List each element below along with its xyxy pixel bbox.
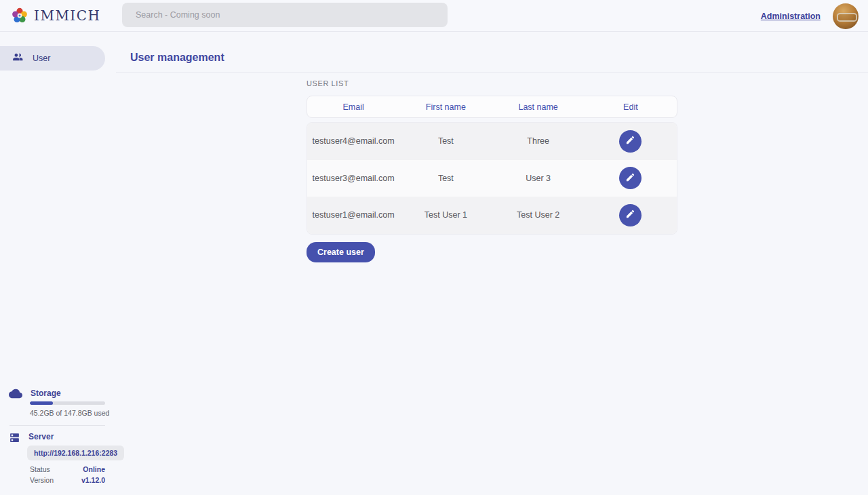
user-first-name: Test bbox=[399, 136, 492, 146]
user-last-name: Three bbox=[492, 136, 585, 146]
user-table: testuser4@email.com Test Three testuser3… bbox=[307, 122, 677, 235]
storage-progress-fill bbox=[30, 401, 53, 405]
pencil-icon bbox=[625, 172, 635, 184]
version-value: v1.12.0 bbox=[81, 476, 105, 484]
server-url: http://192.168.1.216:2283 bbox=[27, 446, 124, 460]
storage-progress-bar bbox=[30, 401, 105, 405]
status-value: Online bbox=[83, 465, 105, 473]
administration-link[interactable]: Administration bbox=[761, 12, 821, 21]
cloud-icon bbox=[9, 389, 22, 401]
user-first-name: Test User 1 bbox=[399, 210, 492, 220]
user-last-name: User 3 bbox=[492, 174, 585, 183]
edit-user-button[interactable] bbox=[619, 167, 642, 189]
server-version-row: Version v1.12.0 bbox=[30, 476, 105, 484]
table-row: testuser1@email.com Test User 1 Test Use… bbox=[307, 197, 677, 234]
immich-flower-icon bbox=[11, 7, 28, 24]
column-header-last-name: Last name bbox=[492, 102, 585, 112]
user-list-label: USER LIST bbox=[307, 79, 349, 87]
user-email: testuser3@email.com bbox=[307, 174, 399, 183]
sidebar-divider bbox=[9, 425, 105, 426]
sidebar-item-user[interactable]: User bbox=[0, 46, 105, 71]
app-title: IMMICH bbox=[34, 7, 101, 24]
title-divider bbox=[116, 72, 868, 73]
status-label: Status bbox=[30, 465, 50, 473]
pencil-icon bbox=[625, 135, 635, 147]
app-logo[interactable]: IMMICH bbox=[0, 7, 101, 24]
user-first-name: Test bbox=[399, 174, 492, 183]
create-user-button[interactable]: Create user bbox=[307, 242, 375, 262]
server-status-row: Status Online bbox=[30, 465, 105, 473]
page-title: User management bbox=[130, 52, 224, 64]
search-input[interactable] bbox=[122, 3, 448, 27]
top-bar: IMMICH Administration bbox=[0, 0, 868, 32]
edit-user-button[interactable] bbox=[619, 130, 642, 153]
user-table-header: Email First name Last name Edit bbox=[307, 96, 677, 118]
user-last-name: Test User 2 bbox=[492, 210, 585, 220]
user-email: testuser4@email.com bbox=[307, 136, 399, 146]
users-icon bbox=[11, 51, 24, 66]
storage-panel: Storage 45.2GB of 147.8GB used bbox=[0, 389, 116, 401]
storage-title: Storage bbox=[31, 389, 61, 398]
column-header-first-name: First name bbox=[399, 102, 492, 112]
table-row: testuser3@email.com Test User 3 bbox=[307, 160, 677, 197]
sidebar-item-label: User bbox=[33, 54, 50, 63]
edit-user-button[interactable] bbox=[619, 204, 642, 226]
column-header-email: Email bbox=[307, 102, 399, 112]
column-header-edit: Edit bbox=[585, 102, 677, 112]
storage-usage-text: 45.2GB of 147.8GB used bbox=[30, 409, 109, 417]
user-avatar[interactable] bbox=[833, 3, 859, 29]
table-row: testuser4@email.com Test Three bbox=[307, 123, 677, 160]
server-panel: Server http://192.168.1.216:2283 Status … bbox=[0, 432, 116, 446]
server-icon bbox=[9, 432, 20, 446]
version-label: Version bbox=[30, 476, 54, 484]
user-email: testuser1@email.com bbox=[307, 210, 399, 220]
server-title: Server bbox=[28, 432, 54, 441]
pencil-icon bbox=[625, 209, 635, 221]
